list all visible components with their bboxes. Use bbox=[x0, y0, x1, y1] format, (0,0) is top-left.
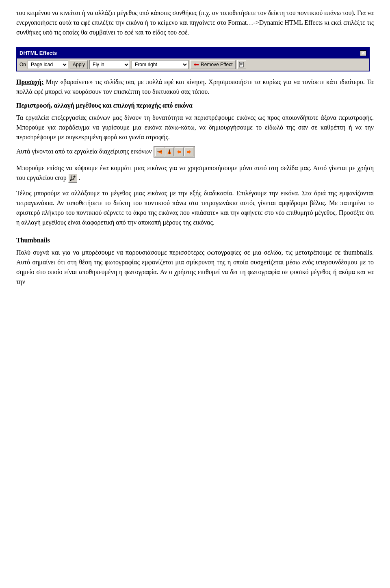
intro-para1: του κειμένου να κινείται ή να αλλάζει μέ… bbox=[16, 8, 374, 37]
rotate-right-button[interactable] bbox=[184, 147, 193, 156]
rotate-left-icon bbox=[176, 149, 182, 155]
warning-para: Προσοχή: Μην «βαραίνετε» τις σελίδες σας… bbox=[16, 77, 374, 97]
remove-effect-button[interactable]: Remove Effect bbox=[190, 60, 235, 69]
dhtml-effects-dialog: DHTML Effects ✕ On Page load Mouse over … bbox=[16, 47, 370, 71]
section3-para1: Τέλος μπορούμε να αλλάξουμε το μέγεθος μ… bbox=[16, 188, 374, 227]
apply-button[interactable]: Apply bbox=[70, 60, 88, 69]
thumbnails-para1: Πολύ συχνά και για να μπορέσουμε να παρο… bbox=[16, 248, 374, 287]
svg-marker-0 bbox=[194, 63, 199, 66]
flip-horizontal-button[interactable] bbox=[165, 147, 174, 156]
rotate-right-icon bbox=[186, 149, 192, 155]
section2-para1: Μπορούμε επίσης να κόψουμε ένα κομμάτι μ… bbox=[16, 163, 374, 183]
section1-para2-start: Αυτά γίνονται από τα εργαλεία διαχείριση… bbox=[16, 147, 152, 154]
section2-text-end: . bbox=[79, 174, 80, 181]
section1-para2: Αυτά γίνονται από τα εργαλεία διαχείριση… bbox=[16, 146, 374, 158]
image-tools-toolbar bbox=[154, 146, 195, 158]
flip-vertical-icon bbox=[156, 149, 163, 155]
svg-marker-10 bbox=[187, 150, 191, 154]
dialog-body: On Page load Mouse over Click Apply Fly … bbox=[17, 58, 369, 71]
page-icon bbox=[239, 62, 245, 67]
section1-heading: Περιστροφή, αλλαγή μεγέθους και επιλογή … bbox=[16, 101, 374, 110]
crop-icon bbox=[69, 175, 76, 182]
svg-marker-9 bbox=[177, 150, 181, 154]
warning-text: Μην «βαραίνετε» τις σελίδες σας με πολλά… bbox=[16, 78, 374, 95]
dialog-title: DHTML Effects bbox=[20, 49, 57, 57]
on-label: On bbox=[20, 61, 26, 68]
flip-vertical-button[interactable] bbox=[155, 147, 164, 156]
direction-dropdown[interactable]: From right From left From top From botto… bbox=[132, 60, 188, 69]
flip-horizontal-icon bbox=[166, 149, 173, 155]
dialog-titlebar: DHTML Effects ✕ bbox=[17, 48, 369, 58]
svg-rect-17 bbox=[72, 177, 74, 179]
dialog-extra-icon[interactable] bbox=[237, 60, 246, 69]
rotate-left-button[interactable] bbox=[175, 147, 184, 156]
section1-para1: Τα εργαλεία επεξεργασίας εικόνων μας δίν… bbox=[16, 113, 374, 142]
on-dropdown[interactable]: Page load Mouse over Click bbox=[28, 60, 68, 69]
warning-label: Προσοχή: bbox=[16, 78, 43, 85]
remove-effect-icon bbox=[193, 61, 199, 68]
crop-button[interactable] bbox=[68, 174, 77, 183]
thumbnails-heading: Thumbnails bbox=[16, 236, 374, 245]
effect-dropdown[interactable]: Fly in Fly out Drop in Spiral bbox=[89, 60, 130, 69]
svg-rect-1 bbox=[239, 62, 243, 67]
dialog-close-button[interactable]: ✕ bbox=[360, 50, 366, 56]
